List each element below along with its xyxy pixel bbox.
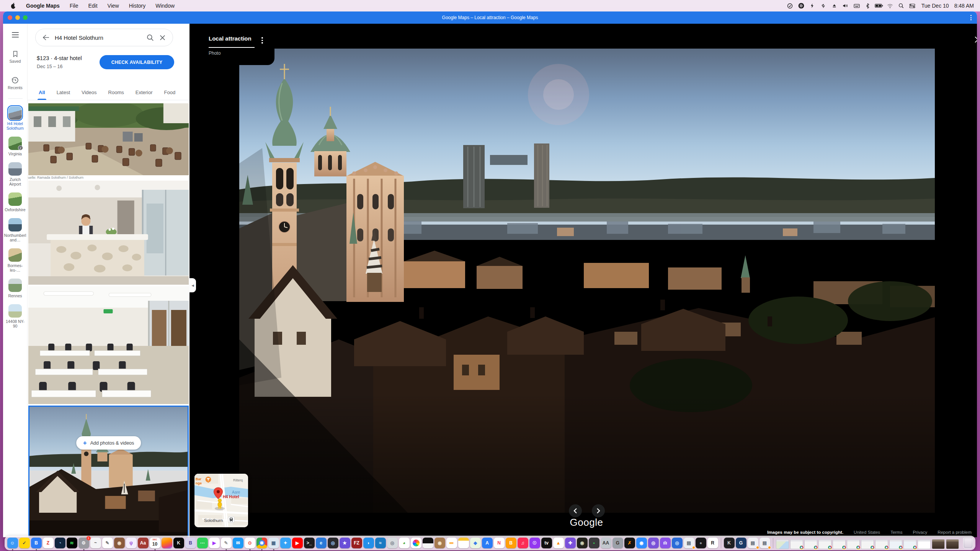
dock-icon-safari[interactable]: ✦ [280,538,291,548]
dock-minimized-window-chrome-7[interactable] [875,539,888,549]
back-arrow-icon[interactable] [42,34,49,41]
viewer-photo-tab[interactable]: Photo [209,51,220,56]
dock-icon-finder[interactable]: ☺ [7,538,18,548]
close-viewer-button[interactable] [971,33,977,46]
apple-menu-icon[interactable] [6,0,20,11]
dock-icon-piano[interactable] [423,538,433,548]
dock-icon-speedtest[interactable]: ◔ [55,538,65,548]
dock-icon-printer-c[interactable]: ▤ [760,538,770,548]
tab-videos[interactable]: Videos [76,85,103,100]
dock-icon-edge[interactable]: e [316,538,327,548]
minimize-window-button[interactable] [15,15,20,20]
clear-search-icon[interactable] [159,34,166,41]
dock-minimized-window-sheet-8[interactable] [889,539,902,549]
dock-minimized-window-chrome-3[interactable] [818,539,831,549]
dock-icon-obs[interactable]: ◎ [648,538,659,548]
usb-icon[interactable] [819,2,828,10]
recent-item-virginia[interactable]: 2 Virginia [3,137,27,156]
recent-item-h4-hotel-solothurn[interactable]: H4 Hotel Solothurn [3,106,27,130]
dock-icon-printer-b[interactable]: ▤ [748,538,758,548]
dock-icon-messages[interactable]: ⋯ [197,538,208,548]
now-playing-icon[interactable] [797,2,805,10]
dock-icon-sketch[interactable]: ✎ [102,538,113,548]
dock-minimized-window-sheet-9[interactable] [903,539,916,549]
dock-icon-keys[interactable]: K [724,538,735,548]
dock-icon-voice-app[interactable]: ılı [660,538,671,548]
eject-icon[interactable] [830,2,839,10]
window-titlebar[interactable]: Google Maps – Local attraction – Google … [3,11,977,24]
photo-thumb-cathedral-view-selected[interactable] [28,406,189,537]
dock-icon-vinyl[interactable]: ◉ [577,538,588,548]
sidebar-saved[interactable]: Saved [10,51,21,64]
dock-icon-contacts[interactable]: ◉ [434,538,445,548]
dock-icon-home-g[interactable]: G [736,538,746,548]
zap-icon[interactable] [808,2,817,10]
menubar-clock[interactable]: Tue Dec 10 8:48 AM [921,3,974,9]
tab-all[interactable]: All [33,85,51,100]
dock-icon-system-settings[interactable]: ⚙1 [78,538,89,548]
dock-minimized-window-photo-12[interactable] [946,539,959,549]
menu-window[interactable]: Window [151,0,179,11]
dock-minimized-window-chrome-1[interactable] [790,539,803,549]
dock-trash[interactable] [963,538,973,549]
dock-icon-bluetooth-exchange[interactable]: B [31,538,42,548]
next-photo-button[interactable] [592,504,605,517]
dock-icon-dvd-player[interactable]: ◎ [387,538,398,548]
tab-latest[interactable]: Latest [51,85,76,100]
region-label[interactable]: United States [854,530,880,535]
wifi-icon[interactable] [886,2,894,10]
dock-icon-chrome[interactable] [256,538,267,548]
search-box[interactable] [35,29,173,46]
dock-icon-camera-black[interactable]: ● [696,538,706,548]
menu-edit[interactable]: Edit [84,0,101,11]
volume-icon[interactable] [841,2,850,10]
dock-icon-books[interactable]: B [506,538,516,548]
dock-icon-gimp[interactable]: G [612,538,623,548]
dock-minimized-window-chrome-4[interactable] [833,539,846,549]
dock-minimized-window-chrome-5[interactable] [847,539,860,549]
dock-icon-printer-a[interactable]: ▤ [684,538,694,548]
menu-file[interactable]: File [65,0,83,11]
recent-item-oxfordshire[interactable]: Oxfordshire [3,192,27,212]
tab-food[interactable]: Food [158,85,181,100]
terms-link[interactable]: Terms [890,530,902,535]
dock-icon-reminders[interactable]: ≔ [446,538,457,548]
dock-icon-app-store[interactable]: A [482,538,493,548]
dock-icon-frog-app[interactable]: ◕ [399,538,410,548]
dock-minimized-window-chrome-2[interactable] [804,539,817,549]
tab-rooms[interactable]: Rooms [103,85,130,100]
menu-view[interactable]: View [103,0,123,11]
dock-icon-messenger[interactable]: ▶ [209,538,220,548]
spotlight-icon[interactable] [897,2,905,10]
dock-icon-vlc[interactable]: ▲ [553,538,564,548]
dock-icon-dolphin[interactable]: ◗ [363,538,374,548]
report-problem-link[interactable]: Report a problem [938,530,972,535]
dock-icon-apple-tv[interactable]: tv [541,538,552,548]
dock-minimized-window-chrome-6[interactable] [861,539,874,549]
search-input[interactable] [55,34,141,41]
viewer-kebab-icon[interactable] [260,36,265,45]
dock-icon-screen-share[interactable]: ▦ [268,538,279,548]
dock-minimized-window-photo-11[interactable] [932,539,945,549]
recent-item-bormes-les[interactable]: Bormes-les-… [3,248,27,272]
tab-exterior[interactable]: Exterior [130,85,158,100]
dock-icon-webcam-app[interactable]: ◎ [672,538,683,548]
dock-icon-music[interactable]: ♫ [518,538,528,548]
dock-icon-camera-utility[interactable]: ◎ [328,538,338,548]
check-availability-button[interactable]: CHECK AVAILABILITY [100,55,174,69]
dock-icon-tool-purple[interactable]: ✚ [565,538,576,548]
dock-icon-x-tool[interactable]: ✗ [624,538,635,548]
collapse-panel-handle[interactable]: ◂ [189,278,196,292]
dock-icon-news[interactable]: N [494,538,505,548]
privacy-link[interactable]: Privacy [913,530,927,535]
dock-icon-bibdesk[interactable]: B [185,538,196,548]
dock-icon-zinio[interactable]: Z [43,538,54,548]
recent-item-rennes[interactable]: Rennes [3,279,27,298]
battery-icon[interactable] [875,2,883,10]
control-center-icon[interactable] [908,2,916,10]
recent-item-northumberland[interactable]: Northumberland… [3,218,27,242]
add-photos-button[interactable]: + Add photos & videos [76,436,141,450]
dock-icon-usb-utility[interactable]: ψ [126,538,137,548]
menu-app-name[interactable]: Google Maps [22,0,64,11]
dock-minimized-window-doc-10[interactable] [918,539,931,549]
